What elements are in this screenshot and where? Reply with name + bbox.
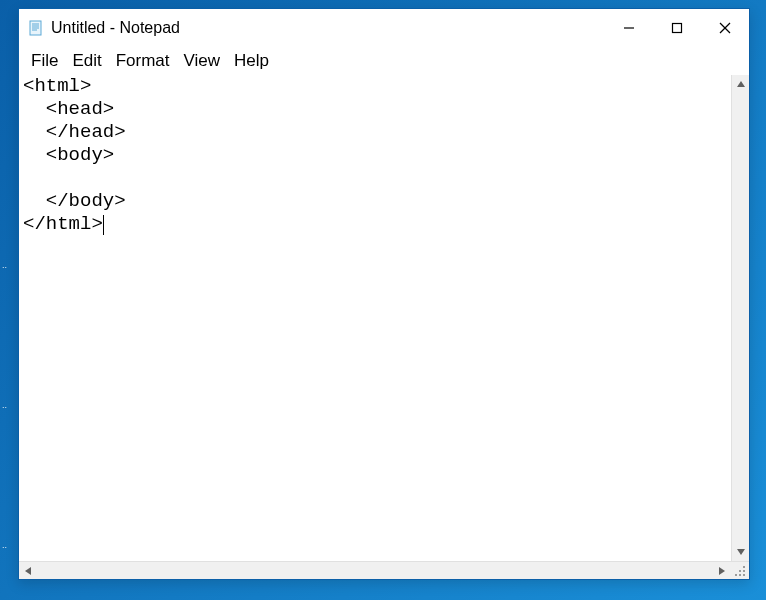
menubar: File Edit Format View Help <box>19 47 749 75</box>
svg-marker-9 <box>737 81 745 87</box>
bottom-bar <box>19 561 749 579</box>
svg-rect-6 <box>673 24 682 33</box>
svg-marker-10 <box>737 549 745 555</box>
maximize-button[interactable] <box>653 9 701 47</box>
close-icon <box>719 22 731 34</box>
svg-point-13 <box>743 566 745 568</box>
svg-marker-12 <box>719 567 725 575</box>
menu-view[interactable]: View <box>178 49 227 73</box>
resize-grip[interactable] <box>731 562 749 580</box>
editor-area: <html> <head> </head> <body> </body> </h… <box>19 75 749 561</box>
scroll-right-arrow[interactable] <box>713 562 731 579</box>
menu-edit[interactable]: Edit <box>66 49 107 73</box>
window-title: Untitled - Notepad <box>51 19 180 37</box>
scroll-up-arrow[interactable] <box>732 75 749 93</box>
scroll-track-h[interactable] <box>37 562 713 579</box>
svg-point-17 <box>739 574 741 576</box>
close-button[interactable] <box>701 9 749 47</box>
scroll-down-arrow[interactable] <box>732 543 749 561</box>
window-controls <box>605 9 749 47</box>
scroll-track[interactable] <box>732 93 749 543</box>
titlebar[interactable]: Untitled - Notepad <box>19 9 749 47</box>
minimize-button[interactable] <box>605 9 653 47</box>
desktop-icon-fragment: .. <box>2 540 14 550</box>
horizontal-scrollbar[interactable] <box>19 562 731 579</box>
notepad-window: Untitled - Notepad File Edit <box>18 8 750 580</box>
maximize-icon <box>671 22 683 34</box>
desktop-icon-fragment: .. <box>2 260 14 270</box>
svg-point-15 <box>743 570 745 572</box>
minimize-icon <box>623 22 635 34</box>
svg-point-16 <box>735 574 737 576</box>
text-editor[interactable]: <html> <head> </head> <body> </body> </h… <box>19 75 731 561</box>
menu-help[interactable]: Help <box>228 49 275 73</box>
menu-file[interactable]: File <box>25 49 64 73</box>
desktop-icon-fragment: .. <box>2 400 14 410</box>
svg-marker-11 <box>25 567 31 575</box>
text-cursor <box>103 215 104 235</box>
scroll-left-arrow[interactable] <box>19 562 37 579</box>
menu-format[interactable]: Format <box>110 49 176 73</box>
notepad-app-icon <box>27 19 45 37</box>
svg-point-18 <box>743 574 745 576</box>
vertical-scrollbar[interactable] <box>731 75 749 561</box>
svg-point-14 <box>739 570 741 572</box>
